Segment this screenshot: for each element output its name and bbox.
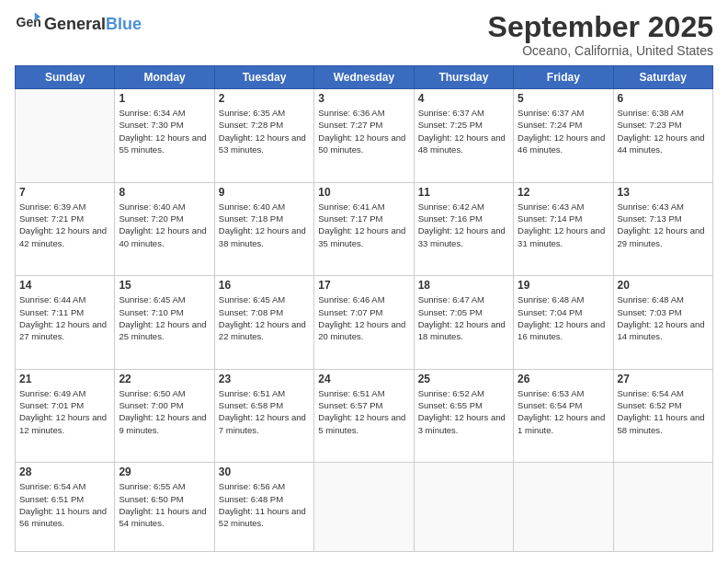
day-cell xyxy=(16,89,115,183)
day-cell: 24Sunrise: 6:51 AM Sunset: 6:57 PM Dayli… xyxy=(314,369,414,463)
logo: General GeneralBlue xyxy=(15,11,142,37)
day-cell: 13Sunrise: 6:43 AM Sunset: 7:13 PM Dayli… xyxy=(613,182,712,276)
day-info: Sunrise: 6:40 AM Sunset: 7:18 PM Dayligh… xyxy=(219,201,310,249)
day-info: Sunrise: 6:42 AM Sunset: 7:16 PM Dayligh… xyxy=(418,201,509,249)
day-info: Sunrise: 6:43 AM Sunset: 7:13 PM Dayligh… xyxy=(618,201,709,249)
day-cell: 16Sunrise: 6:45 AM Sunset: 7:08 PM Dayli… xyxy=(214,276,313,370)
day-cell: 14Sunrise: 6:44 AM Sunset: 7:11 PM Dayli… xyxy=(16,276,115,370)
day-cell xyxy=(414,463,513,552)
header-monday: Monday xyxy=(115,66,214,89)
day-cell: 10Sunrise: 6:41 AM Sunset: 7:17 PM Dayli… xyxy=(314,182,414,276)
day-cell: 25Sunrise: 6:52 AM Sunset: 6:55 PM Dayli… xyxy=(414,369,513,463)
day-cell: 3Sunrise: 6:36 AM Sunset: 7:27 PM Daylig… xyxy=(314,89,414,183)
day-cell: 15Sunrise: 6:45 AM Sunset: 7:10 PM Dayli… xyxy=(115,276,214,370)
day-cell xyxy=(314,463,414,552)
day-number: 6 xyxy=(618,92,709,105)
day-info: Sunrise: 6:34 AM Sunset: 7:30 PM Dayligh… xyxy=(119,107,210,155)
day-info: Sunrise: 6:54 AM Sunset: 6:51 PM Dayligh… xyxy=(19,480,110,529)
calendar-table: Sunday Monday Tuesday Wednesday Thursday… xyxy=(15,65,713,552)
day-number: 27 xyxy=(618,373,709,385)
day-cell: 6Sunrise: 6:38 AM Sunset: 7:23 PM Daylig… xyxy=(613,89,712,183)
calendar-header: Sunday Monday Tuesday Wednesday Thursday… xyxy=(16,66,713,89)
day-number: 25 xyxy=(418,373,509,385)
week-row-2: 14Sunrise: 6:44 AM Sunset: 7:11 PM Dayli… xyxy=(16,276,713,370)
day-info: Sunrise: 6:37 AM Sunset: 7:25 PM Dayligh… xyxy=(418,107,509,155)
logo-general: General xyxy=(44,15,106,34)
day-number: 11 xyxy=(418,186,509,199)
day-info: Sunrise: 6:45 AM Sunset: 7:10 PM Dayligh… xyxy=(119,293,210,342)
day-info: Sunrise: 6:37 AM Sunset: 7:24 PM Dayligh… xyxy=(518,107,609,155)
day-number: 26 xyxy=(518,373,609,385)
day-info: Sunrise: 6:41 AM Sunset: 7:17 PM Dayligh… xyxy=(318,201,409,249)
day-cell: 1Sunrise: 6:34 AM Sunset: 7:30 PM Daylig… xyxy=(115,89,214,183)
day-number: 5 xyxy=(518,92,609,105)
day-number: 18 xyxy=(418,279,509,292)
day-number: 10 xyxy=(318,186,409,199)
day-cell: 21Sunrise: 6:49 AM Sunset: 7:01 PM Dayli… xyxy=(16,369,115,463)
day-info: Sunrise: 6:51 AM Sunset: 6:58 PM Dayligh… xyxy=(219,387,310,436)
day-info: Sunrise: 6:48 AM Sunset: 7:04 PM Dayligh… xyxy=(518,293,609,342)
day-number: 24 xyxy=(318,373,409,385)
day-number: 14 xyxy=(19,279,110,292)
day-info: Sunrise: 6:38 AM Sunset: 7:23 PM Dayligh… xyxy=(618,107,709,155)
calendar-title: September 2025 xyxy=(488,11,713,43)
header-friday: Friday xyxy=(514,66,613,89)
day-info: Sunrise: 6:44 AM Sunset: 7:11 PM Dayligh… xyxy=(19,293,110,342)
week-row-0: 1Sunrise: 6:34 AM Sunset: 7:30 PM Daylig… xyxy=(16,89,713,183)
day-info: Sunrise: 6:52 AM Sunset: 6:55 PM Dayligh… xyxy=(418,387,509,436)
day-number: 1 xyxy=(119,92,210,105)
day-number: 4 xyxy=(418,92,509,105)
day-number: 7 xyxy=(19,186,110,199)
day-info: Sunrise: 6:49 AM Sunset: 7:01 PM Dayligh… xyxy=(19,387,110,436)
day-number: 19 xyxy=(518,279,609,292)
calendar-body: 1Sunrise: 6:34 AM Sunset: 7:30 PM Daylig… xyxy=(16,89,713,552)
day-info: Sunrise: 6:40 AM Sunset: 7:20 PM Dayligh… xyxy=(119,201,210,249)
day-number: 20 xyxy=(618,279,709,292)
day-cell: 20Sunrise: 6:48 AM Sunset: 7:03 PM Dayli… xyxy=(613,276,712,370)
day-number: 23 xyxy=(219,373,310,385)
day-number: 3 xyxy=(318,92,409,105)
day-cell: 29Sunrise: 6:55 AM Sunset: 6:50 PM Dayli… xyxy=(115,463,214,552)
day-cell: 30Sunrise: 6:56 AM Sunset: 6:48 PM Dayli… xyxy=(214,463,313,552)
day-info: Sunrise: 6:46 AM Sunset: 7:07 PM Dayligh… xyxy=(318,293,409,342)
day-number: 21 xyxy=(19,373,110,385)
day-cell: 18Sunrise: 6:47 AM Sunset: 7:05 PM Dayli… xyxy=(414,276,513,370)
day-cell: 2Sunrise: 6:35 AM Sunset: 7:28 PM Daylig… xyxy=(214,89,313,183)
day-info: Sunrise: 6:47 AM Sunset: 7:05 PM Dayligh… xyxy=(418,293,509,342)
week-row-4: 28Sunrise: 6:54 AM Sunset: 6:51 PM Dayli… xyxy=(16,463,713,552)
day-number: 2 xyxy=(219,92,310,105)
day-info: Sunrise: 6:51 AM Sunset: 6:57 PM Dayligh… xyxy=(318,387,409,436)
day-info: Sunrise: 6:39 AM Sunset: 7:21 PM Dayligh… xyxy=(19,201,110,249)
week-row-3: 21Sunrise: 6:49 AM Sunset: 7:01 PM Dayli… xyxy=(16,369,713,463)
day-number: 9 xyxy=(219,186,310,199)
day-info: Sunrise: 6:50 AM Sunset: 7:00 PM Dayligh… xyxy=(119,387,210,436)
day-cell: 27Sunrise: 6:54 AM Sunset: 6:52 PM Dayli… xyxy=(613,369,712,463)
day-number: 8 xyxy=(119,186,210,199)
day-cell xyxy=(514,463,613,552)
header: General GeneralBlue September 2025 Ocean… xyxy=(15,11,713,58)
day-cell xyxy=(613,463,712,552)
header-wednesday: Wednesday xyxy=(314,66,414,89)
day-number: 16 xyxy=(219,279,310,292)
day-cell: 7Sunrise: 6:39 AM Sunset: 7:21 PM Daylig… xyxy=(16,182,115,276)
day-cell: 11Sunrise: 6:42 AM Sunset: 7:16 PM Dayli… xyxy=(414,182,513,276)
day-info: Sunrise: 6:53 AM Sunset: 6:54 PM Dayligh… xyxy=(518,387,609,436)
day-number: 28 xyxy=(19,465,110,478)
day-cell: 22Sunrise: 6:50 AM Sunset: 7:00 PM Dayli… xyxy=(115,369,214,463)
day-cell: 5Sunrise: 6:37 AM Sunset: 7:24 PM Daylig… xyxy=(514,89,613,183)
calendar-subtitle: Oceano, California, United States xyxy=(488,43,713,58)
day-number: 12 xyxy=(518,186,609,199)
page: General GeneralBlue September 2025 Ocean… xyxy=(0,0,728,563)
day-cell: 12Sunrise: 6:43 AM Sunset: 7:14 PM Dayli… xyxy=(514,182,613,276)
day-number: 29 xyxy=(119,465,210,478)
header-saturday: Saturday xyxy=(613,66,712,89)
day-number: 22 xyxy=(119,373,210,385)
day-number: 17 xyxy=(318,279,409,292)
day-cell: 8Sunrise: 6:40 AM Sunset: 7:20 PM Daylig… xyxy=(115,182,214,276)
day-cell: 17Sunrise: 6:46 AM Sunset: 7:07 PM Dayli… xyxy=(314,276,414,370)
day-info: Sunrise: 6:54 AM Sunset: 6:52 PM Dayligh… xyxy=(618,387,709,436)
title-block: September 2025 Oceano, California, Unite… xyxy=(488,11,713,58)
day-cell: 9Sunrise: 6:40 AM Sunset: 7:18 PM Daylig… xyxy=(214,182,313,276)
day-number: 15 xyxy=(119,279,210,292)
header-row: Sunday Monday Tuesday Wednesday Thursday… xyxy=(16,66,713,89)
